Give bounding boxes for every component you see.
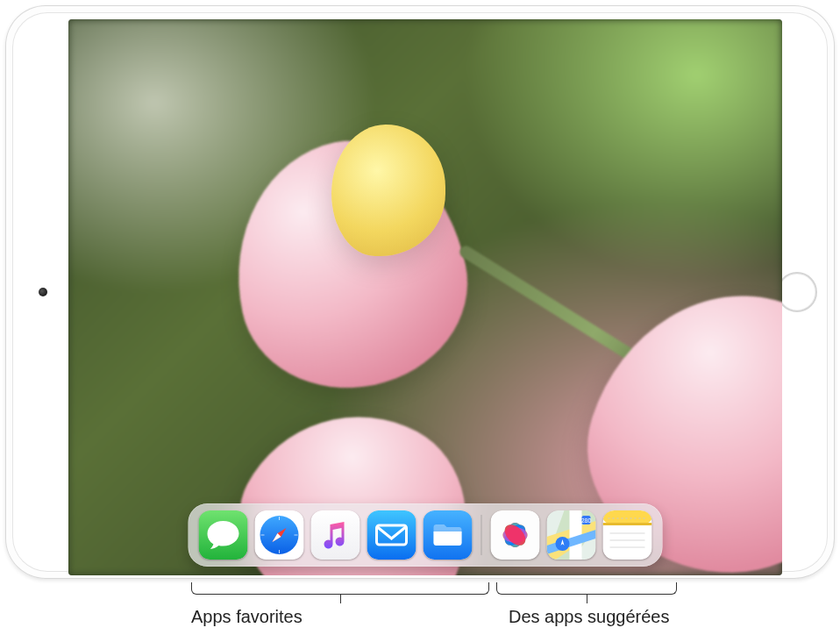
- svg-rect-33: [603, 523, 652, 525]
- photos-icon: [491, 510, 540, 560]
- maps-icon: 280: [547, 510, 596, 560]
- ipad-device-frame: 280: [5, 5, 835, 579]
- app-safari[interactable]: [255, 510, 304, 560]
- callout-suggested-label: Des apps suggérées: [509, 607, 669, 627]
- ipad-screen[interactable]: 280: [68, 19, 782, 575]
- app-music[interactable]: [311, 510, 360, 560]
- dock-divider: [481, 515, 482, 555]
- mail-icon: [367, 510, 416, 560]
- annotation-connector: [587, 595, 587, 603]
- front-camera: [39, 288, 47, 296]
- bracket-favorites: [191, 582, 489, 595]
- svg-rect-32: [603, 510, 652, 524]
- messages-icon: [199, 510, 248, 560]
- home-button[interactable]: [777, 272, 817, 312]
- app-photos[interactable]: [491, 510, 540, 560]
- app-files[interactable]: [424, 510, 473, 560]
- svg-text:280: 280: [581, 517, 592, 524]
- bracket-suggested: [496, 582, 677, 595]
- app-mail[interactable]: [367, 510, 416, 560]
- app-messages[interactable]: [199, 510, 248, 560]
- app-notes[interactable]: [603, 510, 652, 560]
- files-icon: [424, 510, 473, 560]
- svg-rect-10: [367, 510, 416, 560]
- callout-favorites-label: Apps favorites: [191, 607, 303, 627]
- annotation-layer: Apps favorites Des apps suggérées: [0, 582, 840, 635]
- dock: 280: [189, 503, 663, 567]
- safari-icon: [255, 510, 304, 560]
- notes-icon: [603, 510, 652, 560]
- annotation-connector: [340, 595, 341, 603]
- svg-rect-9: [311, 510, 360, 560]
- app-maps[interactable]: 280: [547, 510, 596, 560]
- music-icon: [311, 510, 360, 560]
